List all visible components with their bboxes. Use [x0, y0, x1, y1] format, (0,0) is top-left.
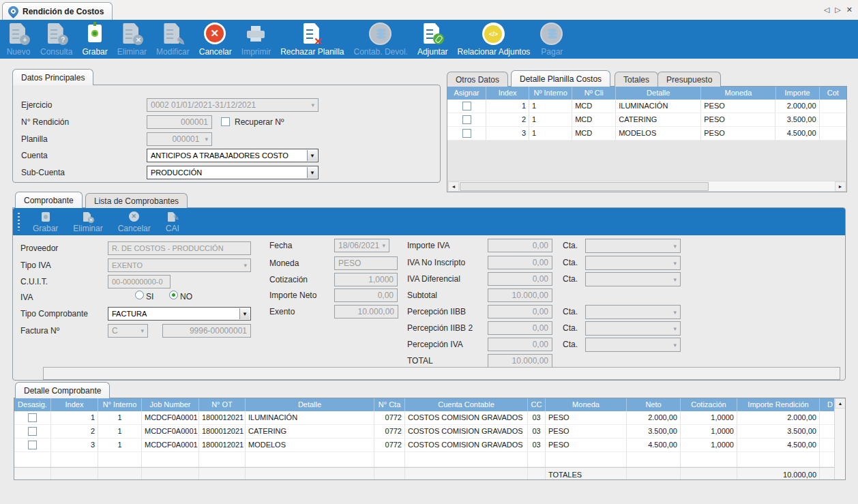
document-question-icon: ? — [44, 22, 69, 46]
desasignar-checkbox[interactable] — [28, 427, 37, 436]
imprimir-button[interactable]: Imprimir — [237, 22, 276, 57]
cta-percepcion-iva-select[interactable]: ▾ — [585, 338, 681, 352]
cta-label: Cta. — [563, 340, 578, 349]
grabar-button[interactable]: Grabar — [77, 22, 112, 57]
relacionar-adjuntos-button[interactable]: </> Relacionar Adjuntos — [453, 22, 535, 57]
cta-importe-iva-select[interactable]: ▾ — [585, 239, 681, 253]
fecha-select[interactable]: 18/06/2021 ▾ — [334, 239, 389, 252]
grabar-comprobante-button[interactable]: Grabar — [25, 211, 65, 233]
nav-forward-icon[interactable]: ▷ — [835, 5, 840, 14]
table-row[interactable]: 2 1 MCD CATERING PESO 3.500,00 — [447, 113, 846, 127]
cotizacion-label: Cotización — [269, 275, 308, 284]
contab-devol-button[interactable]: Contab. Devol. — [349, 22, 413, 57]
total-input[interactable]: 10.000,00 — [488, 354, 552, 368]
tab-comprobante[interactable]: Comprobante — [15, 192, 83, 208]
cta-iva-no-inscripto-select[interactable]: ▾ — [585, 256, 681, 270]
percepcion-iibb-input[interactable]: 0,00 — [488, 305, 552, 318]
vertical-scrollbar[interactable]: ▲ — [834, 398, 845, 479]
table-row[interactable]: 1 1 MCDCF0A0001 1800012021 ILUMINACIÓN 0… — [14, 411, 845, 425]
tab-totales[interactable]: Totales — [615, 72, 658, 87]
tipo-iva-select[interactable]: EXENTO ▾ — [108, 258, 251, 272]
window-tab-strip: Rendición de Costos ◁ ▷ ✕ — [0, 0, 858, 20]
tipo-iva-label: Tipo IVA — [20, 261, 51, 270]
rechazar-planilla-button[interactable]: ✕ Rechazar Planilla — [276, 22, 349, 57]
coins-icon — [539, 22, 564, 46]
table-row[interactable]: 1 1 MCD ILUMINACIÓN PESO 2.000,00 — [447, 100, 846, 113]
tab-datos-principales[interactable]: Datos Principales — [12, 69, 93, 85]
tab-detalle-planilla-costos[interactable]: Detalle Planilla Costos — [511, 70, 610, 87]
eliminar-button[interactable]: ✕ Eliminar — [113, 22, 151, 57]
nuevo-button[interactable]: + Nuevo — [1, 22, 35, 57]
cta-percepcion-iibb-select[interactable]: ▾ — [585, 305, 681, 319]
percepcion-iva-input[interactable]: 0,00 — [488, 338, 552, 351]
cancel-circle-icon: ✕ — [128, 211, 140, 223]
dropdown-arrow-icon[interactable]: ▼ — [307, 150, 317, 161]
horizontal-scrollbar[interactable]: ◄ ► — [448, 181, 846, 191]
iva-no-radio[interactable] — [169, 291, 178, 299]
iva-si-label: SI — [146, 292, 153, 301]
table-row[interactable]: 2 1 MCDCF0A0001 1800012021 CATERING 0772… — [14, 425, 845, 439]
chevron-down-icon: ▾ — [670, 342, 677, 349]
cuit-input[interactable]: 00-00000000-0 — [108, 275, 171, 288]
importe-neto-input[interactable]: 0,00 — [334, 288, 398, 302]
adjuntar-button[interactable]: Adjuntar — [413, 22, 453, 57]
scroll-right-icon[interactable]: ► — [835, 181, 846, 192]
asignar-checkbox[interactable] — [462, 115, 471, 124]
tab-otros-datos[interactable]: Otros Datos — [447, 72, 508, 87]
pagar-button[interactable]: Pagar — [535, 22, 569, 57]
empty-input-strip[interactable] — [43, 367, 840, 380]
code-circle-icon: </> — [482, 22, 506, 46]
recuperar-checkbox[interactable] — [221, 117, 230, 126]
cta-iva-diferencial-select[interactable]: ▾ — [585, 272, 681, 286]
iva-no-inscripto-input[interactable]: 0,00 — [488, 256, 552, 269]
table-header: Asignar Index Nº Interno Nº Cli Detalle … — [447, 87, 846, 100]
ejercicio-select[interactable]: 0002 01/01/2021-31/12/2021 ▾ — [147, 98, 319, 112]
dropdown-arrow-icon[interactable]: ▼ — [239, 308, 250, 319]
window-tab[interactable]: Rendición de Costos — [2, 2, 113, 20]
proveedor-input[interactable]: R. DE COSTOS - PRODUCCIÓN — [108, 241, 251, 255]
iva-si-radio[interactable] — [135, 291, 144, 299]
factura-letra-select[interactable]: C ▾ — [108, 324, 148, 338]
tab-lista-comprobantes[interactable]: Lista de Comprobantes — [85, 193, 188, 208]
cancelar-button[interactable]: ✕ Cancelar — [194, 22, 237, 57]
moneda-input[interactable]: PESO — [334, 256, 398, 270]
table-row[interactable]: 3 1 MCDCF0A0001 1800012021 MODELOS 0772 … — [14, 439, 845, 452]
tipo-comprobante-select[interactable]: FACTURA ▼ — [108, 307, 251, 321]
planilla-select[interactable]: 000001 ▾ — [147, 132, 212, 146]
tab-detalle-comprobante[interactable]: Detalle Comprobante — [15, 382, 110, 398]
asignar-checkbox[interactable] — [462, 102, 471, 110]
scrollbar-thumb[interactable] — [460, 182, 709, 191]
scroll-up-icon[interactable]: ▲ — [835, 398, 846, 409]
scroll-left-icon[interactable]: ◄ — [448, 181, 459, 192]
rendicion-input[interactable]: 000001 — [147, 115, 212, 129]
window-tab-title: Rendición de Costos — [23, 7, 104, 16]
desasignar-checkbox[interactable] — [28, 413, 37, 422]
exento-input[interactable]: 10.000,00 — [334, 305, 398, 318]
factura-numero-input[interactable]: 9996-00000001 — [162, 324, 251, 338]
chevron-down-icon: ▾ — [308, 102, 314, 108]
modificar-button[interactable]: ✎ Modificar — [151, 22, 194, 57]
subtotal-label: Subtotal — [407, 291, 437, 300]
asignar-checkbox[interactable] — [462, 129, 471, 138]
toolbar-drag-handle[interactable] — [18, 213, 20, 231]
tab-presupuesto[interactable]: Presupuesto — [657, 72, 721, 87]
desasignar-checkbox[interactable] — [28, 441, 37, 449]
cancelar-comprobante-button[interactable]: ✕ Cancelar — [110, 211, 158, 233]
cta-percepcion-iibb2-select[interactable]: ▾ — [585, 321, 681, 336]
consulta-button[interactable]: ? Consulta — [35, 22, 77, 57]
subcuenta-select[interactable]: PRODUCCIÓN ▼ — [147, 166, 319, 179]
iva-diferencial-input[interactable]: 0,00 — [488, 272, 552, 286]
eliminar-comprobante-button[interactable]: ✕ Eliminar — [65, 211, 110, 233]
cuenta-select[interactable]: ANTICIPOS A TRABAJADORES COSTO ▼ — [147, 149, 319, 162]
dropdown-arrow-icon[interactable]: ▼ — [307, 167, 317, 178]
document-edit-icon: ✎ — [166, 211, 179, 223]
cai-button[interactable]: ✎ CAI — [158, 211, 187, 233]
table-row[interactable]: 3 1 MCD MODELOS PESO 4.500,00 — [447, 127, 846, 140]
percepcion-iibb2-input[interactable]: 0,00 — [488, 321, 552, 335]
importe-iva-input[interactable]: 0,00 — [488, 239, 552, 252]
chevron-down-icon: ▾ — [670, 276, 677, 283]
nav-back-icon[interactable]: ◁ — [824, 5, 829, 14]
close-icon[interactable]: ✕ — [846, 5, 853, 14]
cotizacion-input[interactable]: 1,0000 — [334, 273, 398, 286]
subtotal-input[interactable]: 10.000,00 — [488, 288, 552, 302]
